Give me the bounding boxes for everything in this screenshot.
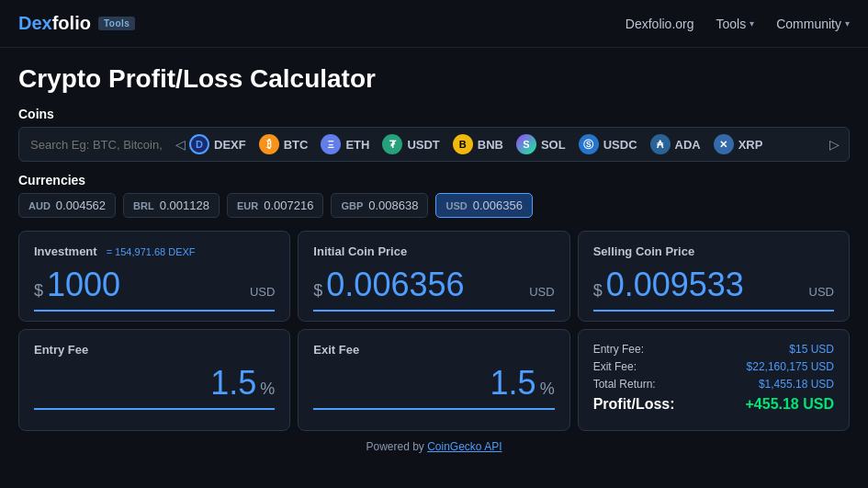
entry-fee-label: Entry Fee [34,343,275,357]
navbar: Dexfolio Tools Dexfolio.org Tools ▾ Comm… [0,0,868,48]
selling-price-input[interactable] [606,266,806,304]
dollar-sign: $ [34,281,43,301]
btc-icon: ₿ [259,134,279,154]
entry-fee-result-row: Entry Fee: $15 USD [593,343,834,356]
initial-price-label: Initial Coin Price [313,244,554,258]
entry-fee-result-value: $15 USD [789,343,834,356]
xrp-icon: ✕ [714,134,734,154]
currencies-bar: AUD 0.004562 BRL 0.001128 EUR 0.007216 G… [18,193,850,218]
entry-fee-card: Entry Fee % [18,329,290,431]
currency-gbp[interactable]: GBP 0.008638 [331,193,428,218]
usdt-icon: ₮ [382,134,402,154]
scroll-left-button[interactable]: ◁ [172,137,189,152]
currency-eur[interactable]: EUR 0.007216 [227,193,323,218]
initial-price-input[interactable] [326,266,525,304]
currency-brl[interactable]: BRL 0.001128 [123,193,220,218]
entry-fee-input[interactable] [34,364,256,403]
main-content: Crypto Profit/Loss Calculator Coins ◁ D … [0,48,868,462]
coin-item-sol[interactable]: S SOL [516,134,566,154]
ada-icon: ₳ [650,134,671,154]
calculator-grid: Investment = 154,971.68 DEXF $ USD Initi… [18,231,850,431]
exit-fee-input[interactable] [313,364,535,403]
navbar-right: Dexfolio.org Tools ▾ Community ▾ [626,17,850,31]
bnb-icon: B [453,134,473,154]
coin-item-btc[interactable]: ₿ BTC [259,134,309,154]
currencies-label: Currencies [18,173,850,187]
exit-fee-card: Exit Fee % [298,329,569,431]
coingecko-link[interactable]: CoinGecko API [427,440,502,453]
coin-item-eth[interactable]: Ξ ETH [321,134,369,154]
scroll-right-button[interactable]: ▷ [826,137,843,152]
profit-loss-result-value: +455.18 USD [745,396,834,413]
nav-tools[interactable]: Tools ▾ [716,17,755,31]
nav-community[interactable]: Community ▾ [776,17,850,31]
tools-badge: Tools [98,17,135,30]
investment-label: Investment = 154,971.68 DEXF [34,244,275,258]
footer: Powered by CoinGecko API [18,440,850,453]
search-input[interactable] [25,138,172,152]
coin-item-usdt[interactable]: ₮ USDT [382,134,439,154]
initial-price-input-row: $ USD [313,266,554,312]
exit-fee-result-row: Exit Fee: $22,160,175 USD [593,360,834,373]
selling-price-label: Selling Coin Price [593,244,834,258]
exit-fee-label: Exit Fee [313,343,554,357]
dexf-icon: D [189,134,209,154]
total-return-result-row: Total Return: $1,455.18 USD [593,378,834,391]
coin-item-bnb[interactable]: B BNB [453,134,503,154]
coin-item-ada[interactable]: ₳ ADA [650,134,701,154]
selling-price-card: Selling Coin Price $ USD [578,231,850,322]
entry-fee-result-label: Entry Fee: [593,343,644,356]
sol-icon: S [516,134,536,154]
coin-item-usdc[interactable]: Ⓢ USDC [579,134,637,154]
dollar-sign: $ [593,281,603,301]
logo: Dexfolio [18,13,91,34]
coin-item-dexf[interactable]: D DEXF [189,134,246,154]
investment-input-row: $ USD [34,266,275,312]
eth-icon: Ξ [321,134,341,154]
dollar-sign: $ [313,281,322,301]
coin-item-xrp[interactable]: ✕ XRP [714,134,763,154]
selling-price-input-row: $ USD [593,266,834,312]
coin-list: D DEXF ₿ BTC Ξ ETH ₮ USDT B BNB S SOL [189,134,826,154]
total-return-result-value: $1,455.18 USD [759,378,834,391]
profit-loss-result-label: Profit/Loss: [593,396,675,413]
investment-card: Investment = 154,971.68 DEXF $ USD [18,231,290,322]
coins-bar: ◁ D DEXF ₿ BTC Ξ ETH ₮ USDT B BNB [18,127,850,162]
profit-loss-result-row: Profit/Loss: +455.18 USD [593,396,834,413]
exit-fee-input-row: % [313,364,554,410]
exit-fee-result-value: $22,160,175 USD [747,360,834,373]
result-card: Entry Fee: $15 USD Exit Fee: $22,160,175… [578,329,850,431]
usdc-icon: Ⓢ [579,134,599,154]
chevron-down-icon: ▾ [750,18,754,28]
currency-usd[interactable]: USD 0.006356 [435,193,532,218]
chevron-down-icon: ▾ [845,18,850,28]
exit-fee-result-label: Exit Fee: [593,360,637,373]
entry-fee-input-row: % [34,364,275,410]
total-return-result-label: Total Return: [593,378,656,391]
nav-dexfolio[interactable]: Dexfolio.org [626,17,694,31]
initial-price-card: Initial Coin Price $ USD [298,231,569,322]
currency-aud[interactable]: AUD 0.004562 [18,193,116,218]
navbar-left: Dexfolio Tools [18,13,135,34]
page-title: Crypto Profit/Loss Calculator [18,64,850,94]
investment-input[interactable] [47,266,246,304]
coins-label: Coins [18,107,850,121]
